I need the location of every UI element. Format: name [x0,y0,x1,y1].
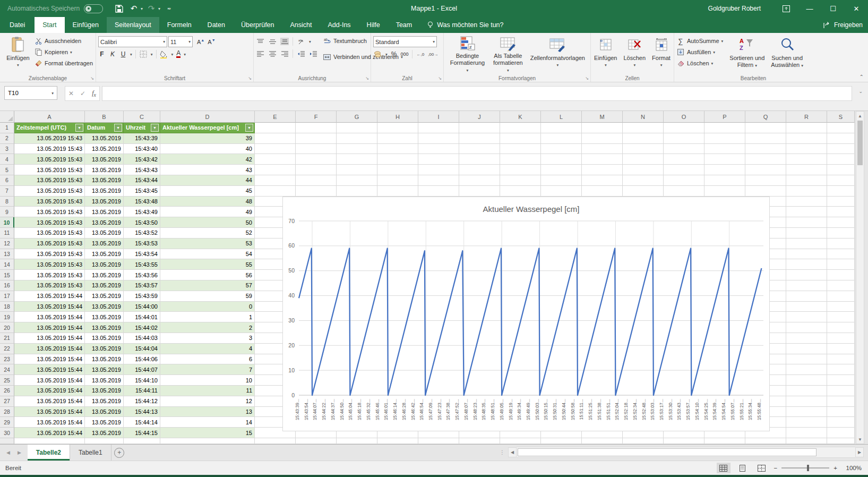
cell-I1[interactable] [418,123,459,133]
column-header-R[interactable]: R [786,111,827,123]
tab-ueberpruefen[interactable]: Überprüfen [233,17,282,33]
cell-B12[interactable]: 13.05.2019 [85,238,124,249]
cell-B19[interactable]: 13.05.2019 [85,312,124,322]
accounting-format-icon[interactable] [373,50,382,58]
cell-D19[interactable]: 1 [160,312,255,322]
cell-O4[interactable] [664,154,704,165]
save-icon[interactable] [113,3,125,14]
cell-O7[interactable] [664,186,704,197]
cell-S4[interactable] [827,154,855,165]
row-header-3[interactable]: 3 [0,144,14,155]
cell-C12[interactable]: 15:43:53 [124,238,160,249]
cell-B10[interactable]: 13.05.2019 [85,217,124,228]
cell-C8[interactable]: 15:43:48 [124,197,160,207]
cell-D20[interactable]: 2 [160,322,255,333]
cell-M6[interactable] [582,175,623,186]
filter-dropdown-icon[interactable]: ▼ [114,124,122,132]
scroll-down-icon[interactable]: ▼ [856,435,864,444]
cell-D16[interactable]: 57 [160,280,255,291]
cell-B22[interactable]: 13.05.2019 [85,344,124,354]
cell-R2[interactable] [786,133,827,144]
name-box-dropdown-icon[interactable]: ▾ [51,91,54,96]
cell-C27[interactable]: 15:44:12 [124,396,160,407]
cell-C15[interactable]: 15:43:56 [124,270,160,280]
sheet-nav-left-icon[interactable]: ◀ [6,450,10,455]
cell-B27[interactable]: 13.05.2019 [85,396,124,407]
styles-dialog-launcher-icon[interactable]: ↘ [585,76,589,81]
cell-C30[interactable]: 15:44:15 [124,428,160,438]
cell-M1[interactable] [582,123,623,133]
scroll-up-icon[interactable]: ▲ [856,112,864,120]
cell-A13[interactable]: 13.05.2019 15:43 [14,249,85,260]
horizontal-scroll-track[interactable] [517,447,855,458]
cell-S22[interactable] [827,344,855,354]
cell-M31[interactable] [582,438,623,444]
cell-S8[interactable] [827,197,855,207]
cell-F7[interactable] [296,186,337,197]
cell-H5[interactable] [377,165,418,175]
tab-addins[interactable]: Add-Ins [320,17,359,33]
cell-B9[interactable]: 13.05.2019 [85,207,124,217]
row-header-18[interactable]: 18 [0,302,14,312]
cell-N6[interactable] [623,175,664,186]
cell-D17[interactable]: 59 [160,291,255,302]
underline-button[interactable]: U [119,50,127,58]
column-header-D[interactable]: D [160,111,255,123]
increase-decimal-icon[interactable]: ←,0 [416,52,424,57]
cell-A31[interactable] [14,438,85,444]
cell-D1[interactable]: Aktueller Wasserpegel [cm]▼ [160,123,255,133]
cell-C17[interactable]: 15:43:59 [124,291,160,302]
water-level-chart[interactable]: 010203040506070Aktueller Wasserpegel [cm… [282,197,770,431]
cell-A22[interactable]: 13.05.2019 15:44 [14,344,85,354]
cell-C18[interactable]: 15:44:00 [124,302,160,312]
tab-daten[interactable]: Daten [200,17,233,33]
cell-S5[interactable] [827,165,855,175]
insert-cells-button[interactable]: Einfügen ▾ [591,35,620,74]
row-header-25[interactable]: 25 [0,375,14,386]
cell-G4[interactable] [337,154,377,165]
number-dialog-launcher-icon[interactable]: ↘ [438,76,442,81]
cell-C13[interactable]: 15:43:54 [124,249,160,260]
cell-J4[interactable] [459,154,500,165]
cell-styles-button[interactable]: Zellenformatvorlagen ▾ [527,35,588,74]
cell-B28[interactable]: 13.05.2019 [85,407,124,418]
row-header-31[interactable] [0,438,14,444]
row-header-11[interactable]: 11 [0,228,14,238]
font-name-combo[interactable]: Calibri▾ [98,36,167,47]
cell-B26[interactable]: 13.05.2019 [85,386,124,396]
cell-B21[interactable]: 13.05.2019 [85,333,124,344]
page-layout-view-icon[interactable] [736,463,750,473]
cell-P2[interactable] [704,133,745,144]
cell-M4[interactable] [582,154,623,165]
cell-S29[interactable] [827,417,855,428]
column-header-F[interactable]: F [296,111,337,123]
cell-B14[interactable]: 13.05.2019 [85,259,124,270]
row-header-7[interactable]: 7 [0,186,14,197]
sheet-tab-tabelle1[interactable]: Tabelle1 [70,445,111,461]
cell-O5[interactable] [664,165,704,175]
tab-team[interactable]: Team [388,17,420,33]
close-button[interactable]: ✕ [845,0,868,17]
cell-R5[interactable] [786,165,827,175]
cell-I2[interactable] [418,133,459,144]
confirm-entry-icon[interactable]: ✓ [80,90,85,97]
ribbon-display-options-icon[interactable] [775,0,798,17]
align-middle-icon[interactable] [268,38,277,45]
cell-A8[interactable]: 13.05.2019 15:43 [14,197,85,207]
cell-S11[interactable] [827,228,855,238]
column-header-A[interactable]: A [14,111,85,123]
find-select-button[interactable]: Suchen und Auswählen ▾ [768,35,806,74]
scroll-right-icon[interactable]: ▶ [855,447,864,457]
cell-R20[interactable] [786,322,827,333]
cell-K6[interactable] [500,175,541,186]
cell-P3[interactable] [704,144,745,155]
cell-S24[interactable] [827,364,855,375]
fill-button[interactable]: Ausfüllen ▾ [676,47,723,57]
cell-S16[interactable] [827,280,855,291]
cell-R3[interactable] [786,144,827,155]
cell-B30[interactable]: 13.05.2019 [85,428,124,438]
insert-function-icon[interactable]: fx [92,89,96,98]
cell-B29[interactable]: 13.05.2019 [85,417,124,428]
cell-P4[interactable] [704,154,745,165]
cell-P31[interactable] [704,438,745,444]
